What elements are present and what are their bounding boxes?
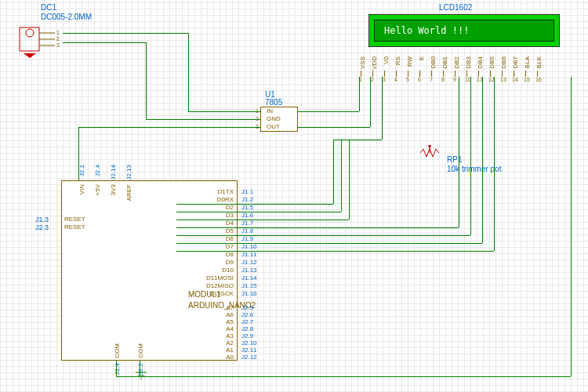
wire-d8 — [176, 251, 494, 252]
lcd-pin-num-4: 5 — [406, 77, 409, 82]
wire-v3 — [349, 140, 350, 220]
trimmer — [419, 141, 442, 166]
lcd-pin-label-DB0: DB0 — [430, 56, 437, 69]
dc-jack-ref: DC1 — [41, 3, 56, 12]
lcd-pin-label-RS: RS — [394, 56, 401, 65]
lcd-pin-label-DB3: DB3 — [465, 56, 472, 69]
wire-dcv — [63, 33, 188, 34]
lcd-pin-num-1: 2 — [371, 77, 374, 82]
wire-d6 — [176, 235, 470, 236]
lcd-pin-num-12: 13 — [500, 77, 506, 82]
wire-v5 — [459, 77, 459, 227]
lcd-pin-label-E: E — [418, 56, 425, 60]
lcd-pin-label-DB7: DB7 — [512, 56, 519, 69]
wbv1 — [382, 77, 383, 140]
lcd-pin-num-2: 3 — [383, 77, 386, 82]
lcd-pin-label-DB1: DB1 — [441, 56, 448, 69]
ard-top-3V3: 3V3 — [110, 184, 117, 195]
wcom3 — [116, 376, 571, 377]
lcd-pin-num-15: 16 — [535, 77, 542, 82]
lcd-module: Hello World !!! — [368, 14, 560, 47]
wire-g3 — [146, 119, 260, 120]
wvdd — [370, 77, 371, 127]
dc-pin1: 1 — [56, 30, 60, 35]
lcd-pin-num-3: 4 — [394, 77, 397, 82]
wbh2 — [298, 111, 359, 112]
lcd-pin-label-DB2: DB2 — [453, 56, 460, 69]
reg-value: 7805 — [265, 98, 282, 107]
lcd-pin-label-VSS: VSS — [359, 56, 366, 69]
dc-pin3: 3 — [56, 42, 60, 48]
svg-point-0 — [26, 29, 34, 37]
wire-5v1 — [78, 127, 260, 128]
lcd-pin-num-6: 7 — [430, 77, 433, 82]
dc-jack-value: DC005-2.0MM — [41, 13, 92, 21]
lcd-pin-num-5: 6 — [418, 77, 421, 82]
ard-top-+5V: +5V — [94, 184, 101, 195]
gnd-symbol — [133, 368, 149, 384]
ard-top-AREF: AREF — [125, 184, 132, 201]
lcd-pin-label-RW: RW — [406, 56, 413, 67]
wire-v2 — [341, 140, 342, 212]
wire-g2 — [146, 42, 147, 119]
lcd-pin-label-VDD: VDD — [371, 56, 378, 70]
wire-v7 — [482, 77, 483, 243]
arduino-nano — [61, 180, 238, 361]
lcd-pin-num-8: 9 — [453, 77, 456, 82]
wire-d3 — [176, 212, 341, 212]
wbv2 — [359, 77, 360, 111]
wcom1 — [116, 361, 117, 376]
wire-d2 — [176, 204, 333, 205]
wire-d4 — [176, 220, 349, 220]
wire-v8 — [494, 77, 495, 251]
wire-dcv2 — [188, 33, 189, 111]
wcom4 — [571, 77, 572, 376]
lcd-pin-label-BLK: BLK — [535, 56, 543, 68]
lcd-ref: LCD1602 — [439, 3, 472, 12]
lcd-pin-label-DB5: DB5 — [488, 56, 495, 69]
wire-d7 — [176, 243, 482, 244]
wire-d5 — [176, 227, 459, 228]
reg-out: OUT — [267, 123, 280, 130]
lcd-pin-num-14: 15 — [524, 77, 530, 82]
lcd-screen: Hello World !!! — [374, 20, 554, 42]
reg-in: IN — [267, 107, 273, 114]
lcd-pin-label-DB6: DB6 — [500, 56, 507, 69]
lcd-pin-num-13: 14 — [512, 77, 518, 82]
wire-v6 — [470, 77, 471, 235]
reg-gnd: GND — [267, 115, 281, 122]
wvdd2 — [298, 127, 370, 128]
lcd-pin-label-BLA: BLA — [524, 56, 531, 68]
pot-ref: RP1 — [447, 155, 462, 164]
lcd-pin-label-DB4: DB4 — [477, 56, 484, 69]
wire-5v2 — [78, 127, 79, 180]
wire-dcv3 — [188, 111, 260, 112]
svg-marker-5 — [428, 145, 431, 149]
dc-pin2: 2 — [56, 36, 60, 42]
lcd-pin-num-7: 8 — [441, 77, 445, 82]
wire-g1 — [63, 42, 146, 43]
lcd-pin-label-V0: V0 — [383, 56, 390, 64]
ard-top-VIN: VIN — [78, 184, 85, 194]
wire-v1 — [333, 140, 334, 204]
wbh1 — [333, 140, 382, 140]
